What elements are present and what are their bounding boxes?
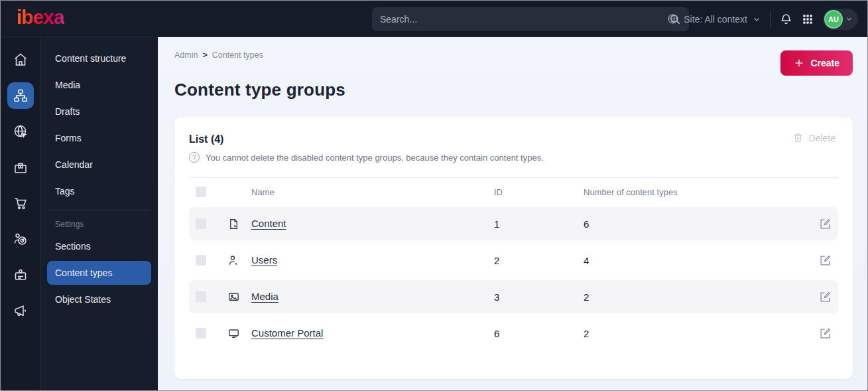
globe-icon xyxy=(667,13,678,25)
delete-button-label: Delete xyxy=(809,133,836,143)
search-input[interactable] xyxy=(380,14,669,25)
column-header-count: Number of content types xyxy=(584,187,802,197)
group-link[interactable]: Media xyxy=(251,291,279,302)
table-row: Customer Portal 6 2 xyxy=(189,317,838,350)
table-row: Media 3 2 xyxy=(189,280,838,313)
edit-button[interactable] xyxy=(802,327,832,340)
content-sitemap-icon[interactable] xyxy=(7,82,34,109)
row-checkbox[interactable] xyxy=(196,328,206,339)
user-menu[interactable]: AU xyxy=(823,9,858,30)
topbar-right-cluster: Site: All context AU xyxy=(667,1,858,37)
content-type-groups-card: List (4) ? You cannot delete the disable… xyxy=(174,117,853,379)
sidebar-item-calendar[interactable]: Calendar xyxy=(47,153,151,177)
group-count: 4 xyxy=(584,255,802,266)
table-row: Users 2 4 xyxy=(189,244,838,277)
avatar: AU xyxy=(824,10,843,29)
app-window: ibexa Site: All context xyxy=(0,0,868,391)
sidebar-item-sections[interactable]: Sections xyxy=(47,234,151,258)
site-context-label: Site: All context xyxy=(684,14,747,25)
sidebar-item-media[interactable]: Media xyxy=(47,73,151,97)
help-icon: ? xyxy=(189,152,200,163)
topbar: ibexa Site: All context xyxy=(1,1,867,37)
apps-grid-icon[interactable] xyxy=(802,13,814,25)
group-id: 3 xyxy=(494,291,584,303)
edit-button[interactable] xyxy=(802,291,832,303)
image-icon xyxy=(227,291,251,303)
ibexa-logo: ibexa xyxy=(17,6,64,29)
table-header-row: Name ID Number of content types xyxy=(189,178,838,206)
chevron-down-icon xyxy=(753,15,761,23)
sidebar-item-object-states[interactable]: Object States xyxy=(47,287,151,311)
edit-button[interactable] xyxy=(802,254,832,267)
column-header-id: ID xyxy=(494,187,584,197)
group-count: 2 xyxy=(584,328,802,339)
create-button[interactable]: Create xyxy=(780,50,853,76)
group-count: 6 xyxy=(584,218,802,230)
list-title: List (4) xyxy=(189,133,838,145)
chevron-down-icon xyxy=(845,15,853,23)
table-row: Content 1 6 xyxy=(189,207,838,240)
row-checkbox[interactable] xyxy=(196,255,206,266)
global-search[interactable] xyxy=(372,7,689,31)
sidebar-item-forms[interactable]: Forms xyxy=(47,126,151,150)
site-context-selector[interactable]: Site: All context xyxy=(667,13,761,25)
group-link[interactable]: Content xyxy=(251,218,286,229)
group-id: 1 xyxy=(494,218,584,230)
plus-icon xyxy=(794,58,804,68)
create-button-label: Create xyxy=(810,58,839,68)
breadcrumb: Admin > Content types xyxy=(174,50,853,60)
main-content: Admin > Content types Create Content typ… xyxy=(158,37,867,390)
group-link[interactable]: Users xyxy=(251,254,277,266)
group-count: 2 xyxy=(584,291,802,303)
column-header-name: Name xyxy=(251,187,494,197)
select-all-checkbox[interactable] xyxy=(196,187,206,197)
site-globe-icon[interactable] xyxy=(7,118,34,145)
group-link[interactable]: Customer Portal xyxy=(251,327,323,339)
group-id: 6 xyxy=(494,328,584,339)
topbar-divider xyxy=(770,11,771,28)
sidebar-menu: Content structure Media Drafts Forms Cal… xyxy=(40,37,158,390)
breadcrumb-admin[interactable]: Admin xyxy=(174,50,198,60)
badge-icon[interactable] xyxy=(7,262,34,288)
page-title: Content type groups xyxy=(174,80,853,100)
content-type-groups-table: Name ID Number of content types Content … xyxy=(189,177,838,350)
user-icon xyxy=(227,254,251,267)
row-checkbox[interactable] xyxy=(196,291,206,302)
row-checkbox[interactable] xyxy=(196,218,206,229)
home-icon[interactable] xyxy=(7,46,34,73)
breadcrumb-current: Content types xyxy=(212,50,263,60)
megaphone-icon[interactable] xyxy=(7,297,34,324)
file-icon xyxy=(227,218,251,230)
icon-rail xyxy=(1,37,40,390)
breadcrumb-separator: > xyxy=(202,50,207,60)
sidebar-item-content-types[interactable]: Content types xyxy=(47,261,151,285)
personalization-target-icon[interactable] xyxy=(7,226,34,252)
products-box-icon[interactable] xyxy=(7,154,34,181)
monitor-icon xyxy=(227,327,251,340)
group-id: 2 xyxy=(494,255,584,266)
edit-button[interactable] xyxy=(802,218,832,230)
sidebar-item-content-structure[interactable]: Content structure xyxy=(47,46,151,70)
menu-divider xyxy=(48,210,150,210)
trash-icon xyxy=(792,132,804,143)
delete-button[interactable]: Delete xyxy=(792,132,836,143)
info-text: You cannot delete the disabled content t… xyxy=(206,153,544,163)
info-line: ? You cannot delete the disabled content… xyxy=(189,152,838,163)
sidebar-item-tags[interactable]: Tags xyxy=(47,179,151,203)
cart-icon[interactable] xyxy=(7,190,34,216)
notifications-bell-icon[interactable] xyxy=(780,13,792,25)
settings-section-label: Settings xyxy=(47,217,151,234)
sidebar-item-drafts[interactable]: Drafts xyxy=(47,100,151,123)
